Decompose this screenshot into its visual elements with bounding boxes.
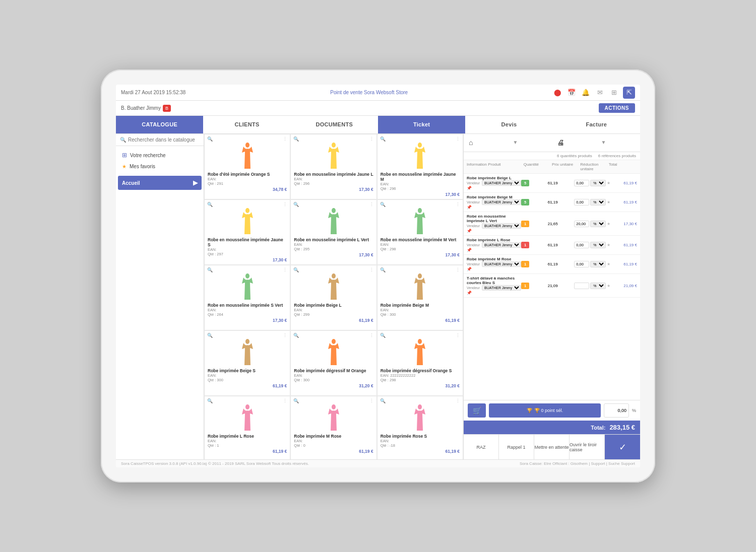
vendor-select[interactable]: BUATHER Jimmy [482,285,521,291]
user-tag: B. Buather Jimmy B [121,105,171,112]
product-search-icon: 🔍 [380,333,386,338]
order-item-reduction: %€ ★ [574,242,610,248]
product-card[interactable]: 🔍 ⋮ Robe imprimée Rose S EAN: Qté : -18 … [377,396,463,459]
product-card[interactable]: 🔍 ⋮ Robe en mousseline imprimée Jaune L … [290,134,376,199]
calendar-icon[interactable]: 📅 [566,88,577,98]
product-ean: EAN: [381,182,460,186]
mettre-en-attente-button[interactable]: Mettre en attente [534,435,570,459]
reduction-input[interactable] [574,283,589,289]
reduction-type[interactable]: %€ [590,199,606,205]
grid-small-icon: ⊞ [122,152,127,159]
reduction-type[interactable]: %€ [590,283,606,289]
product-card[interactable]: 🔍 ⋮ Robe imprimée Beige M EAN: Qté : 300… [377,265,463,330]
vendor-select[interactable]: BUATHER Jimmy [482,242,521,248]
tab-documents[interactable]: DOCUMENTS [291,116,378,133]
svg-point-10 [332,339,336,344]
reduction-input[interactable] [574,242,589,248]
raz-button[interactable]: RAZ [464,435,499,459]
order-meta: 6 quantités produits 6 références produi… [464,152,640,160]
tab-catalogue[interactable]: CATALOGUE [116,116,203,133]
product-search-icon: 🔍 [293,267,299,272]
product-info: Robe en mousseline imprimée Jaune S EAN:… [208,237,287,262]
reduction-input[interactable] [574,261,589,267]
product-price: 17,30 € [208,257,287,262]
product-ean: EAN: [381,242,460,247]
order-item-info: T-shirt délavé à manches courtes Bleu S … [467,276,521,295]
star-btn[interactable]: ★ [607,262,610,266]
bottom-bar: 🛒 🏆 🏆 0 point sél. % [464,400,640,421]
qty-badge: 1 [521,242,529,248]
product-card[interactable]: 🔍 ⋮ Robe imprimée dégressif M Orange EAN… [290,330,376,396]
star-btn[interactable]: ★ [607,181,610,185]
reduction-type[interactable]: %€ [590,242,606,248]
sidebar-item-mes-favoris[interactable]: ★ Mes favoris [119,161,201,172]
product-info: Robe imprimée Beige L EAN: Qté : 299 61,… [294,303,373,323]
product-card[interactable]: 🔍 ⋮ Robe en mousseline imprimée M Vert E… [377,199,463,265]
panel-tab-dropdown1[interactable]: ▼ [508,134,552,152]
vendor-select[interactable]: BUATHER Jimmy [482,223,521,229]
tab-devis[interactable]: Devis [465,116,552,133]
col-price: Prix unitaire [552,162,580,171]
star-btn[interactable]: ★ [607,222,610,226]
product-ean: EAN: 222222222222 [381,373,460,378]
points-button[interactable]: 🏆 🏆 0 point sél. [489,403,601,418]
search-icon: 🔍 [120,137,126,143]
rappel1-button[interactable]: Rappel 1 [499,435,534,459]
panel-tab-home[interactable]: ⌂ [464,134,508,152]
sidebar-menu: ⊞ Votre recherche ★ Mes favoris [116,146,204,175]
tab-ticket[interactable]: Ticket [378,116,465,133]
vendor-select[interactable]: BUATHER Jimmy [482,180,521,186]
reduction-type[interactable]: %€ [590,261,606,267]
reduction-type[interactable]: %€ [590,221,606,227]
product-card[interactable]: 🔍 ⋮ Robe imprimée Beige L EAN: Qté : 299… [290,265,376,330]
order-item-price: 61,19 [548,200,575,204]
circle-icon[interactable]: ⬤ [552,88,562,98]
ouvrir-tiroir-button[interactable]: Ouvrir le tiroir caisse [570,435,605,459]
reduction-type[interactable]: %€ [590,180,606,186]
tab-clients[interactable]: CLIENTS [203,116,290,133]
vendor-select[interactable]: BUATHER Jimmy [482,199,521,205]
product-card[interactable]: 🔍 ⋮ Robe en mousseline imprimée Jaune M … [377,134,463,199]
cart-button[interactable]: 🛒 [468,403,486,418]
product-card[interactable]: 🔍 ⋮ Robe imprimée dégressif Orange S EAN… [377,330,463,396]
panel-tab-print[interactable]: 🖨 [552,134,596,152]
sidebar-item-votre-recherche[interactable]: ⊞ Votre recherche [119,149,201,161]
product-card[interactable]: 🔍 ⋮ Robe en mousseline imprimée S Vert E… [204,265,290,330]
product-qty: Qté : 0 [294,443,373,448]
tab-facture[interactable]: Facture [553,116,640,133]
vendor-select[interactable]: BUATHER Jimmy [482,261,521,267]
product-card[interactable]: 🔍 ⋮ Robe en mousseline imprimée Jaune S … [204,199,290,265]
search-bar[interactable]: 🔍 [116,134,204,146]
product-card[interactable]: 🔍 ⋮ Robe imprimée M Rose EAN: Qté : 0 61… [290,396,376,459]
order-item-total: 61,19 € [610,262,637,266]
catalogue-grid: 🔍 ⋮ Robe d'été imprimée Orange S EAN: Qt… [204,134,464,459]
star-btn[interactable]: ★ [607,284,610,288]
panel-tab-dropdown2[interactable]: ▼ [596,134,641,152]
order-item-total: 61,19 € [610,200,637,204]
svg-point-11 [418,339,422,344]
product-card[interactable]: 🔍 ⋮ Robe imprimée Beige S EAN: Qté : 300… [204,330,290,396]
star-btn[interactable]: ★ [607,243,610,247]
product-card[interactable]: 🔍 ⋮ Robe d'été imprimée Orange S EAN: Qt… [204,134,290,199]
discount-input[interactable] [604,403,629,418]
sidebar-section-accueil-item[interactable]: Accueil ▶ [118,176,202,190]
confirm-button[interactable]: ✓ [605,435,640,459]
bell-icon[interactable]: 🔔 [581,88,591,98]
product-ean: EAN: [208,373,287,378]
reduction-input[interactable] [574,199,589,205]
order-item: Robe imprimée L Rose Vendeur BUATHER Jim… [464,236,640,255]
points-icon: 🏆 [527,408,532,413]
reduction-input[interactable] [574,221,589,227]
product-image [208,206,287,236]
product-name: Robe imprimée Beige M [381,303,460,308]
search-input[interactable] [128,137,200,143]
actions-button[interactable]: ACTIONS [599,103,636,113]
reduction-input[interactable] [574,180,589,186]
star-btn[interactable]: ★ [607,200,610,204]
product-card[interactable]: 🔍 ⋮ Robe imprimée L Rose EAN: Qté : 1 61… [204,396,290,459]
ref-products-count: 6 références produits [598,154,636,158]
expand-icon[interactable]: ⇱ [623,87,635,99]
product-card[interactable]: 🔍 ⋮ Robe en mousseline imprimée L Vert E… [290,199,376,265]
mail-icon[interactable]: ✉ [595,88,605,98]
grid-icon[interactable]: ⊞ [609,88,619,98]
